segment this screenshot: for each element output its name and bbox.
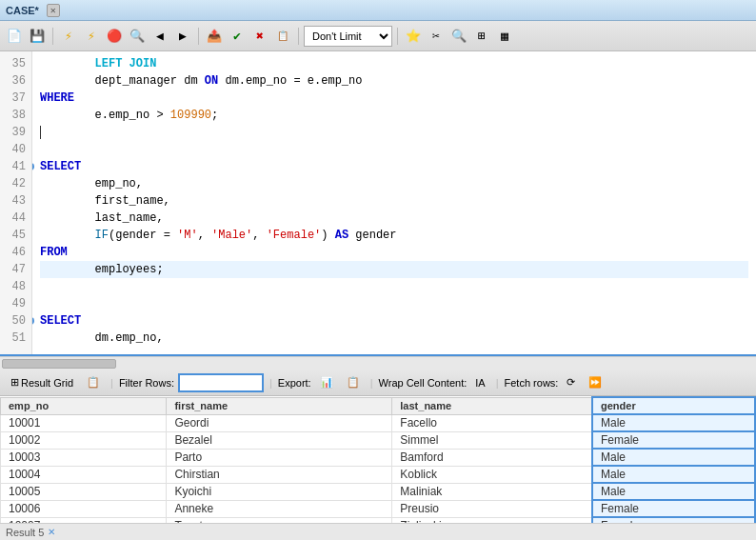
fetch-all-button[interactable]: ⏩ <box>584 373 607 391</box>
save-button[interactable]: 💾 <box>27 26 48 47</box>
star-button[interactable]: ⭐ <box>403 26 424 47</box>
code-line-48 <box>40 278 748 295</box>
cancel-button[interactable]: ✖ <box>249 26 270 47</box>
code-token <box>40 55 95 72</box>
table-cell-first_name: Chirstian <box>167 466 392 483</box>
result-grid-button[interactable]: ⊞ Result Grid <box>6 373 78 391</box>
table-cell-first_name: Kyoichi <box>167 483 392 500</box>
table-cell-emp_no: 10001 <box>1 414 167 431</box>
table-cell-gender: Male <box>592 483 755 500</box>
table-row[interactable]: 10002BezalelSimmelFemale <box>1 431 756 449</box>
new-button[interactable]: 📄 <box>4 26 25 47</box>
table-cell-last_name: Bamford <box>392 449 592 466</box>
table-cell-first_name: Anneke <box>167 500 392 517</box>
code-line-41: SELECT <box>40 158 748 175</box>
table-cell-first_name: Geordi <box>167 414 392 431</box>
wrap-icon: IA <box>475 377 485 389</box>
check-button[interactable]: ✔ <box>227 26 248 47</box>
code-line-42: emp_no, <box>40 175 748 192</box>
table-cell-last_name: Facello <box>392 414 592 431</box>
table-row[interactable]: 10005KyoichiMaliniakMale <box>1 483 756 500</box>
commit-button[interactable]: 📋 <box>272 26 293 47</box>
execute-button[interactable]: ⚡ <box>58 26 79 47</box>
close-icon[interactable]: ✕ <box>47 4 60 17</box>
table-row[interactable]: 10001GeordiFacelloMale <box>1 414 756 431</box>
table-cell-gender: Male <box>592 449 755 466</box>
table-row[interactable]: 10004ChirstianKoblickMale <box>1 466 756 483</box>
code-token: 109990 <box>170 107 211 124</box>
code-line-35: LEFT JOIN <box>40 55 748 72</box>
table-cell-emp_no: 10004 <box>1 466 167 483</box>
code-token: , <box>198 227 211 244</box>
code-token: AS <box>335 227 348 244</box>
wrap-button[interactable]: IA <box>470 374 489 391</box>
code-token <box>40 192 95 210</box>
fetch-button[interactable]: ⟳ <box>562 373 580 391</box>
table-cell-gender: Male <box>592 414 755 431</box>
snippet-button[interactable]: ✂ <box>426 26 447 47</box>
code-token: ON <box>205 72 218 90</box>
code-token: , <box>252 227 266 244</box>
stop-button[interactable]: 🔴 <box>104 26 125 47</box>
forward-button[interactable]: ▶ <box>172 26 193 47</box>
col-header-last_name[interactable]: last_name <box>392 397 592 414</box>
execute-all-button[interactable]: ⚡ <box>81 26 102 47</box>
col-header-gender[interactable]: gender <box>592 397 755 414</box>
code-token <box>40 261 95 278</box>
code-token: 'Male' <box>211 227 252 244</box>
code-token: 'M' <box>177 227 198 244</box>
format-button[interactable]: ⊞ <box>471 26 492 47</box>
table-row[interactable]: 10003PartoBamfordMale <box>1 449 756 466</box>
col-header-emp_no[interactable]: emp_no <box>1 397 167 414</box>
code-token <box>40 107 95 124</box>
filter-input[interactable] <box>178 373 264 392</box>
code-token: dm.emp_no = e.emp_no <box>218 72 362 90</box>
code-token: employees; <box>95 261 164 278</box>
code-line-38: e.emp_no > 109990; <box>40 107 748 124</box>
code-line-40 <box>40 141 748 158</box>
breakpoint-dot <box>32 317 34 325</box>
title-bar: CASE* ✕ <box>0 0 756 21</box>
limit-dropdown[interactable]: Don't Limit Limit to 200 Limit to 1000 <box>304 26 392 47</box>
table-cell-emp_no: 10005 <box>1 483 167 500</box>
results-container: emp_nofirst_namelast_namegender10001Geor… <box>0 396 756 523</box>
table-cell-last_name: Simmel <box>392 431 592 449</box>
horizontal-scrollbar[interactable] <box>0 356 756 370</box>
col-header-first_name[interactable]: first_name <box>167 397 392 414</box>
table-cell-last_name: Preusio <box>392 500 592 517</box>
filter-label: Filter Rows: <box>119 377 174 389</box>
export-csv-button[interactable]: 📊 <box>315 373 338 391</box>
table-cell-gender: Male <box>592 466 755 483</box>
grid-icon: ⊞ <box>10 376 19 389</box>
more-button[interactable]: ▦ <box>494 26 515 47</box>
table-cell-gender: Female <box>592 431 755 449</box>
export-xls-button[interactable]: 📋 <box>342 373 365 391</box>
fetch-icon: ⟳ <box>567 376 575 389</box>
table-row[interactable]: 10006AnnekePreusioFemale <box>1 500 756 517</box>
form-button[interactable]: 📋 <box>82 373 105 391</box>
export-button[interactable]: 📤 <box>204 26 225 47</box>
code-token: last_name, <box>95 210 164 227</box>
app-title: CASE* <box>6 5 39 16</box>
status-bar: Result 5 ✕ <box>0 523 756 540</box>
code-line-43: first_name, <box>40 192 748 210</box>
result-grid-label: Result Grid <box>21 377 73 389</box>
sep4 <box>397 28 398 45</box>
table-cell-last_name: Maliniak <box>392 483 592 500</box>
wrap-label: Wrap Cell Content: <box>379 377 468 389</box>
editor-container[interactable]: 3536373839404142434445464748495051 LEFT … <box>0 51 756 356</box>
scroll-thumb[interactable] <box>2 359 116 369</box>
code-area[interactable]: LEFT JOIN dept_manager dm ON dm.emp_no =… <box>32 51 756 354</box>
code-token: 'Female' <box>267 227 322 244</box>
breakpoint-dot <box>32 163 34 170</box>
back-button[interactable]: ◀ <box>149 26 170 47</box>
search2-button[interactable]: 🔍 <box>448 26 469 47</box>
code-line-37: WHERE <box>40 90 748 107</box>
table-cell-emp_no: 10006 <box>1 500 167 517</box>
status-close-icon[interactable]: ✕ <box>48 527 55 537</box>
find-button[interactable]: 🔍 <box>127 26 148 47</box>
fetch-all-icon: ⏩ <box>588 376 602 389</box>
sep2 <box>198 28 199 45</box>
code-token: (gender = <box>109 227 177 244</box>
code-line-49 <box>40 295 748 312</box>
